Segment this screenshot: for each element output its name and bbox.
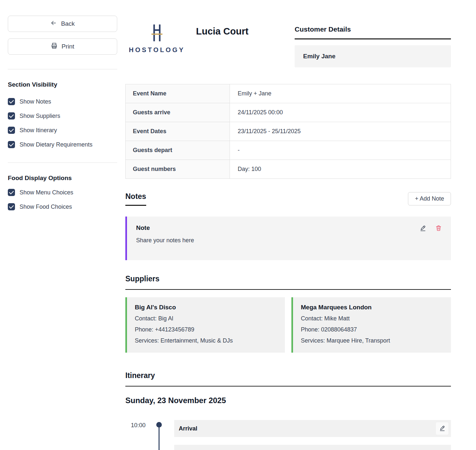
customer-details-section: Customer Details Emily Jane	[295, 25, 451, 67]
checked-checkbox[interactable]	[8, 98, 15, 105]
supplier-name: Mega Marquees London	[301, 304, 443, 311]
itinerary-card-partial	[174, 445, 451, 450]
note-title: Note	[136, 224, 150, 232]
event-row-label: Event Dates	[126, 122, 230, 141]
add-note-button[interactable]: + Add Note	[408, 192, 451, 205]
event-row-label: Guests arrive	[126, 103, 230, 122]
timeline-line	[159, 425, 160, 450]
note-card: Note	[125, 217, 451, 260]
event-row-label: Guests depart	[126, 141, 230, 160]
checked-checkbox[interactable]	[8, 127, 15, 134]
sidebar-item-show-food-choices[interactable]: Show Food Choices	[8, 203, 117, 210]
event-row-value: 23/11/2025 - 25/11/2025	[230, 122, 451, 141]
edit-note-button[interactable]	[420, 225, 426, 231]
table-row: Event Name Emily + Jane	[126, 84, 451, 103]
sidebar-item-show-dietary-requirements[interactable]: Show Dietary Requirements	[8, 141, 117, 148]
supplier-contact: Contact: Big Al	[135, 313, 277, 324]
back-button-label: Back	[61, 20, 75, 27]
event-row-label: Event Name	[126, 84, 230, 103]
edit-itinerary-entry-button[interactable]	[436, 422, 448, 435]
checkbox-label: Show Dietary Requirements	[20, 141, 92, 148]
event-row-value: Day: 100	[230, 160, 451, 178]
delete-note-button[interactable]	[435, 225, 442, 231]
hostology-chair-icon	[149, 38, 165, 43]
brand-wordmark: HOSTOLOGY	[128, 46, 186, 54]
print-button[interactable]: Print	[8, 38, 117, 55]
event-row-label: Guest numbers	[126, 160, 230, 178]
print-button-label: Print	[62, 43, 74, 50]
table-row: Event Dates 23/11/2025 - 25/11/2025	[126, 122, 451, 141]
pencil-icon	[420, 227, 426, 232]
food-display-options-heading: Food Display Options	[8, 175, 117, 182]
itinerary-day-title: Sunday, 23 November 2025	[125, 396, 226, 405]
notes-heading: Notes	[125, 192, 146, 206]
hostology-logo: HOSTOLOGY	[128, 23, 186, 54]
checkbox-label: Show Menu Choices	[20, 189, 73, 196]
pencil-icon	[439, 425, 445, 432]
table-row: Guests arrive 24/11/2025 00:00	[126, 103, 451, 122]
supplier-card: Mega Marquees London Contact: Mike Matt …	[291, 297, 451, 353]
suppliers-heading: Suppliers	[125, 274, 451, 290]
supplier-phone: Phone: 02088064837	[301, 324, 443, 335]
supplier-services: Services: Marquee Hire, Transport	[301, 335, 443, 346]
supplier-contact: Contact: Mike Matt	[301, 313, 443, 324]
arrow-left-icon	[50, 20, 57, 28]
customer-name: Emily Jane	[295, 45, 451, 67]
checkbox-label: Show Suppliers	[20, 113, 60, 120]
sidebar-divider	[8, 69, 117, 69]
printer-icon	[51, 42, 58, 51]
sidebar-item-show-itinerary[interactable]: Show Itinerary	[8, 127, 117, 134]
itinerary-heading: Itinerary	[125, 371, 451, 387]
note-body: Share your notes here	[136, 237, 442, 244]
event-row-value: -	[230, 141, 451, 160]
event-row-value: 24/11/2025 00:00	[230, 103, 451, 122]
itinerary-card: Arrival	[174, 420, 451, 437]
event-row-value: Emily + Jane	[230, 84, 451, 103]
supplier-name: Big Al's Disco	[135, 304, 277, 311]
sidebar-item-show-suppliers[interactable]: Show Suppliers	[8, 112, 117, 120]
trash-icon	[435, 227, 442, 232]
itinerary-entry-time: 10:00	[125, 422, 146, 429]
checked-checkbox[interactable]	[8, 203, 15, 210]
event-details-table: Event Name Emily + Jane Guests arrive 24…	[125, 84, 451, 179]
sidebar: Back Print Section Visibility Show Notes…	[8, 16, 117, 210]
sidebar-item-show-menu-choices[interactable]: Show Menu Choices	[8, 189, 117, 196]
itinerary-entry-label: Arrival	[179, 425, 197, 432]
checked-checkbox[interactable]	[8, 141, 15, 148]
sidebar-divider	[8, 162, 117, 163]
checkbox-label: Show Notes	[20, 98, 51, 105]
checked-checkbox[interactable]	[8, 189, 15, 196]
supplier-card: Big Al's Disco Contact: Big Al Phone: +4…	[125, 297, 285, 353]
sidebar-item-show-notes[interactable]: Show Notes	[8, 98, 117, 105]
notes-section-header: Notes + Add Note	[125, 192, 451, 206]
back-button[interactable]: Back	[8, 16, 117, 32]
checkbox-label: Show Itinerary	[20, 127, 57, 134]
supplier-cards: Big Al's Disco Contact: Big Al Phone: +4…	[125, 297, 451, 353]
customer-details-heading: Customer Details	[295, 25, 451, 39]
table-row: Guests depart -	[126, 141, 451, 160]
page-title: Lucia Court	[196, 26, 248, 37]
supplier-phone: Phone: +44123456789	[135, 324, 277, 335]
checked-checkbox[interactable]	[8, 112, 15, 120]
table-row: Guest numbers Day: 100	[126, 160, 451, 178]
section-visibility-heading: Section Visibility	[8, 81, 117, 88]
supplier-services: Services: Entertainment, Music & DJs	[135, 335, 277, 346]
checkbox-label: Show Food Choices	[20, 204, 72, 210]
